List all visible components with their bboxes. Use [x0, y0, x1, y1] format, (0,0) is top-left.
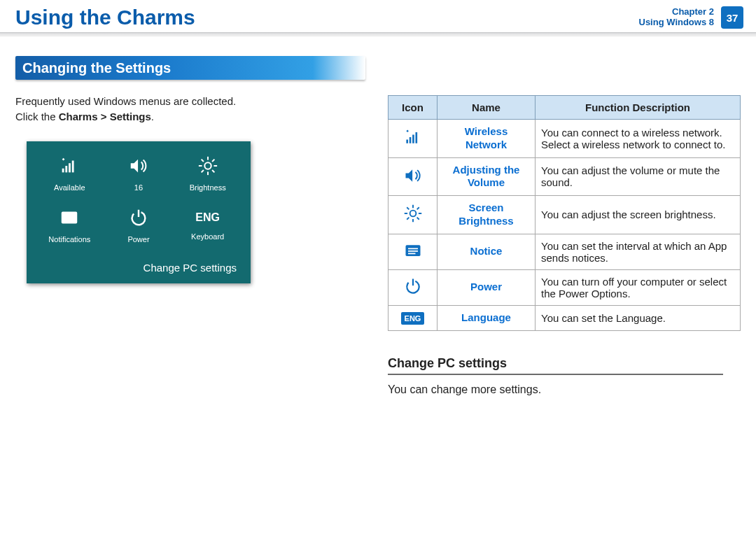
- table-row: Power You can turn off your computer or …: [388, 269, 741, 305]
- row-name: Wireless Network: [438, 120, 536, 158]
- functions-table: Icon Name Function Description Wireless …: [388, 95, 741, 331]
- table-row: ENG Language You can set the Language.: [388, 305, 741, 330]
- row-name: Notice: [438, 234, 536, 269]
- intro-text: Frequently used Windows menus are collec…: [15, 94, 365, 125]
- page-number-badge: 37: [721, 6, 743, 29]
- chapter-info: Chapter 2 Using Windows 8: [639, 7, 715, 28]
- row-desc: You can connect to a wireless network. S…: [536, 120, 741, 158]
- row-name: Screen Brightness: [438, 196, 536, 234]
- right-column: Icon Name Function Description Wireless …: [388, 56, 741, 396]
- wifi-icon: [59, 155, 80, 179]
- tile-brightness[interactable]: Brightness: [173, 155, 242, 192]
- page-title: Using the Charms: [15, 6, 195, 29]
- notifications-icon: [59, 207, 80, 231]
- tile-label: Keyboard: [191, 232, 224, 241]
- change-pc-settings-heading: Change PC settings: [388, 356, 723, 375]
- row-desc: You can set the interval at which an App…: [536, 234, 741, 269]
- tile-label: 16: [134, 183, 143, 192]
- intro-line2: Click the Charms > Settings.: [15, 109, 365, 125]
- row-desc: You can turn off your computer or select…: [536, 269, 741, 305]
- row-name: Language: [438, 305, 536, 330]
- wifi-icon: [403, 137, 423, 149]
- row-name: Power: [438, 269, 536, 305]
- tile-grid: Available 16 Brightness Notifications Po…: [35, 155, 242, 244]
- header-right: Chapter 2 Using Windows 8 37: [639, 6, 744, 29]
- tile-volume[interactable]: 16: [104, 155, 174, 192]
- brightness-icon: [403, 213, 423, 225]
- tile-label: Brightness: [190, 183, 226, 192]
- table-row: Screen Brightness You can adjust the scr…: [388, 196, 741, 234]
- intro-line1: Frequently used Windows menus are collec…: [15, 94, 365, 109]
- tile-notifications[interactable]: Notifications: [35, 207, 104, 244]
- content: Changing the Settings Frequently used Wi…: [0, 36, 756, 396]
- keyboard-eng-icon: ENG: [195, 207, 220, 228]
- change-pc-settings-body: You can change more settings.: [388, 383, 741, 396]
- notifications-icon: [403, 251, 423, 262]
- th-desc: Function Description: [536, 96, 741, 120]
- row-desc: You can set the Language.: [536, 305, 741, 330]
- table-row: Adjusting the Volume You can adjust the …: [388, 157, 741, 196]
- tile-label: Power: [127, 235, 149, 244]
- tile-label: Available: [54, 183, 85, 192]
- tile-label: Notifications: [48, 235, 90, 244]
- tile-keyboard[interactable]: ENG Keyboard: [173, 207, 242, 244]
- brightness-icon: [197, 155, 218, 179]
- table-row: Wireless Network You can connect to a wi…: [388, 120, 741, 158]
- table-row: Notice You can set the interval at which…: [388, 234, 741, 269]
- power-icon: [128, 207, 149, 231]
- keyboard-eng-icon: ENG: [401, 312, 425, 325]
- th-icon: Icon: [388, 96, 438, 120]
- section-heading: Changing the Settings: [15, 56, 365, 80]
- chapter-line2: Using Windows 8: [639, 17, 715, 28]
- chapter-line1: Chapter 2: [639, 7, 715, 17]
- row-desc: You can adjust the volume or mute the so…: [536, 157, 741, 196]
- row-name: Adjusting the Volume: [438, 157, 536, 196]
- row-desc: You can adjust the screen brightness.: [536, 196, 741, 234]
- power-icon: [403, 286, 423, 298]
- page-header: Using the Charms Chapter 2 Using Windows…: [0, 0, 756, 32]
- th-name: Name: [438, 96, 536, 120]
- change-pc-settings-link[interactable]: Change PC settings: [35, 262, 242, 274]
- volume-icon: [128, 155, 149, 179]
- volume-icon: [403, 176, 423, 188]
- tile-power[interactable]: Power: [104, 207, 174, 244]
- tile-available[interactable]: Available: [35, 155, 104, 192]
- left-column: Changing the Settings Frequently used Wi…: [15, 56, 365, 396]
- charms-settings-panel: Available 16 Brightness Notifications Po…: [27, 141, 251, 283]
